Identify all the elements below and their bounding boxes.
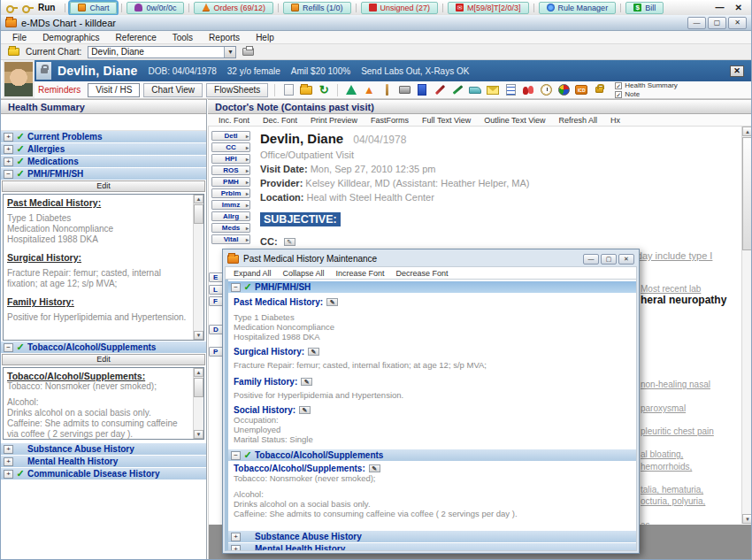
scanner-icon[interactable] [468,83,482,97]
collapse-icon[interactable]: − [231,451,241,460]
expand-all-button[interactable]: Expand All [234,269,272,278]
maximize-button[interactable]: ▢ [708,17,726,29]
expand-icon[interactable]: + [4,445,13,454]
dialog-section-tobacco[interactable]: − Tobacco/Alcohol/Supplements [228,449,636,461]
menu-reference[interactable]: Reference [108,33,165,42]
dialog-section-pmh[interactable]: − PMH/FMH/SH [228,281,636,293]
collapse-all-button[interactable]: Collapse All [283,269,325,278]
section-mental-health[interactable]: + Mental Health History [1,456,206,467]
taskbar-button-unsigned[interactable]: Unsigned (27) [361,2,439,14]
edit-note-icon[interactable] [308,348,319,356]
expand-icon[interactable]: + [4,133,13,142]
collapse-icon[interactable]: − [4,170,13,179]
tab-flowsheets[interactable]: FlowSheets [206,83,268,97]
document-icon[interactable] [415,83,429,97]
taskbar-button-chart[interactable]: Chart [70,2,117,14]
key-icon[interactable] [22,4,34,12]
nav-hpi-button[interactable]: HPI [211,154,250,164]
current-chart-select[interactable]: Devlin, Diane ▼ [88,46,236,58]
minimize-button[interactable]: — [687,17,706,29]
privacy-lock-icon[interactable] [592,83,606,97]
taskbar-button-bill[interactable]: $ Bill [625,2,664,14]
immunization-icon[interactable] [380,83,394,97]
nav-pmh-button[interactable]: PMH [211,177,250,187]
edit-button[interactable]: Edit [2,354,205,365]
edit-button[interactable]: Edit [2,180,205,192]
growth-chart-icon[interactable] [344,83,358,97]
full-text-view-button[interactable]: Full Text View [422,116,471,125]
expand-icon[interactable]: + [231,533,241,541]
key-icon[interactable] [6,4,18,12]
collapse-icon[interactable]: − [4,343,13,352]
scroll-down-icon[interactable]: ▼ [194,331,203,340]
dialog-section-mental-health[interactable]: + Mental Health History [228,543,636,551]
checkbox-icon[interactable] [615,82,622,89]
nav-detl-button[interactable]: Detl [211,131,250,141]
fastforms-button[interactable]: FastForms [371,116,409,125]
section-allergies[interactable]: + Allergies [1,143,206,155]
schedule-clock-icon[interactable] [539,83,553,97]
taskbar-button-messages[interactable]: ✉ M[59/8]T[2/0/3] [448,2,529,14]
menu-file[interactable]: File [4,33,35,42]
nav-prblm-button[interactable]: Prblm [211,188,250,198]
flowsheet-icon[interactable] [503,83,518,97]
close-button[interactable]: ✕ [728,17,747,29]
dialog-close-button[interactable]: ✕ [618,254,634,265]
menu-reports[interactable]: Reports [201,33,248,42]
section-medications[interactable]: + Medications [1,156,206,167]
banner-close-button[interactable]: ✕ [730,65,744,77]
section-substance-abuse[interactable]: + Substance Abuse History [1,443,206,455]
edit-note-icon[interactable] [299,406,311,414]
edit-note-icon[interactable] [284,238,295,246]
scroll-up-icon[interactable]: ▲ [742,127,752,136]
dec-font-button[interactable]: Dec. Font [263,116,297,125]
nav-immz-button[interactable]: Immz [211,200,250,210]
scroll-thumb[interactable] [742,137,752,250]
scrollbar[interactable]: ▲ ▼ [193,368,203,439]
section-pmh-fmh-sh[interactable]: − PMH/FMH/SH [1,168,206,180]
taskbar-button-refills[interactable]: Refills (1/0) [283,2,351,14]
scroll-up-icon[interactable]: ▲ [194,195,203,203]
nav-meds-button[interactable]: Meds [211,223,250,233]
reminders-link[interactable]: Reminders [38,85,81,95]
scroll-thumb[interactable] [194,378,203,397]
scroll-thumb[interactable] [194,204,203,224]
dialog-section-substance-abuse[interactable]: + Substance Abuse History [228,531,636,542]
expand-icon[interactable]: + [4,470,13,479]
checkbox-icon[interactable] [615,91,622,98]
tab-visit-hs[interactable]: Visit / HS [88,83,140,97]
procedure-icon[interactable] [450,83,464,97]
patient-visits-icon[interactable] [521,83,535,97]
nav-allrg-button[interactable]: Allrg [211,211,250,221]
dialog-minimize-button[interactable]: — [583,254,599,265]
tab-chart-view[interactable]: Chart View [143,83,203,97]
taskbar-button-orders[interactable]: Orders (69/12) [194,2,273,14]
section-communicable-disease[interactable]: + Communicable Disease History [1,468,206,479]
collapse-icon[interactable]: − [231,283,241,292]
subjective-heading[interactable]: SUBJECTIVE: [260,212,341,226]
menu-demographics[interactable]: Demographics [35,33,107,42]
dialog-titlebar[interactable]: Past Medical History Maintenance — ▢ ✕ [225,251,637,266]
taskbar-button-rule-manager[interactable]: Rule Manager [539,2,617,14]
chevron-down-icon[interactable]: ▼ [224,47,235,58]
new-note-icon[interactable] [281,83,295,97]
nav-cc-button[interactable]: CC [211,142,250,152]
expand-icon[interactable]: + [231,545,241,552]
print-preview-button[interactable]: Print Preview [311,116,357,125]
scroll-up-icon[interactable]: ▲ [194,368,203,377]
edit-note-icon[interactable] [301,378,312,386]
scrollbar[interactable]: ▲ ▼ [193,195,203,340]
expand-icon[interactable]: + [4,157,13,166]
print-icon[interactable] [397,83,411,97]
menu-tools[interactable]: Tools [165,33,201,42]
hx-button[interactable]: Hx [610,116,620,125]
increase-font-button[interactable]: Increase Font [336,269,385,278]
close-icon[interactable]: ✕ [735,2,742,14]
pen-icon[interactable] [433,83,447,97]
edit-note-icon[interactable] [326,298,338,306]
minimize-icon[interactable]: — [716,2,725,14]
expand-icon[interactable]: + [4,145,13,154]
outline-text-view-button[interactable]: Outline Text View [484,116,545,125]
expand-icon[interactable]: + [4,457,13,466]
run-label[interactable]: Run [38,3,55,12]
